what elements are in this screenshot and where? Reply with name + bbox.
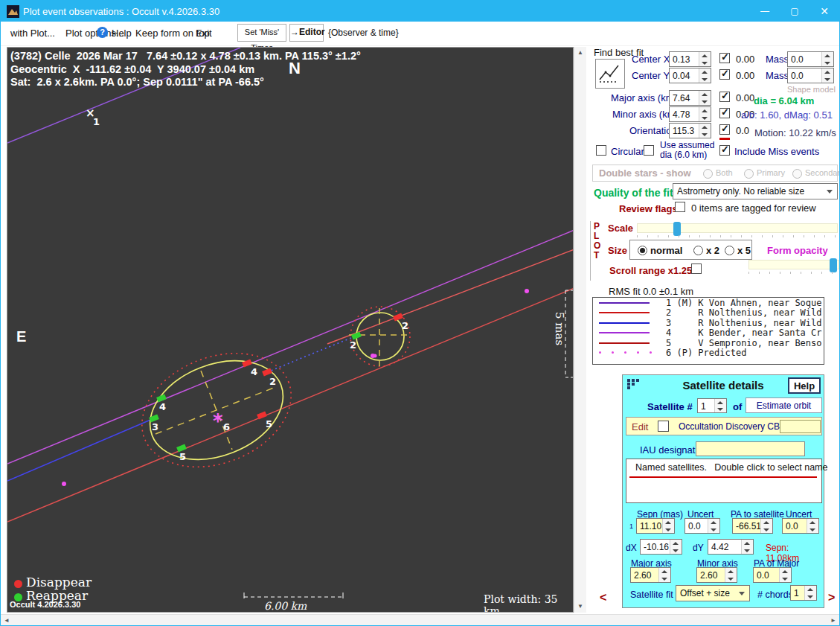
edit-checkbox[interactable] [658, 421, 669, 432]
plot-vscrollbar[interactable]: ▲ ▼ [574, 47, 586, 613]
chord-label: 3 R Nolthenius, near Wild [666, 318, 822, 328]
opacity-slider[interactable] [748, 260, 839, 269]
use-assumed-checkbox[interactable] [644, 145, 654, 156]
menu-exit[interactable]: Exit [196, 28, 212, 39]
menu-help[interactable]: Help [112, 28, 132, 39]
double-primary-label: Primary [757, 168, 785, 177]
editor-button[interactable]: →Editor [289, 24, 324, 42]
sepn-spinbox[interactable]: 11.10 [636, 518, 675, 534]
maximize-button[interactable]: ▢ [778, 1, 811, 22]
chord-row[interactable]: 6 (P) Predicted [593, 348, 824, 357]
major-axis-label: Major axis (km) [611, 92, 677, 103]
pa-uncert-spinbox[interactable]: 0.0 [782, 518, 819, 534]
satellite-prev-arrow[interactable]: < [600, 591, 606, 604]
satellite-next-arrow[interactable]: > [828, 591, 835, 604]
satellite-details-panel: Satellite details Help Satellite # 1 of … [622, 374, 824, 608]
satellite-help-button[interactable]: Help [788, 377, 821, 394]
chord-list[interactable]: 1 (M) K Von Ahnen, near Soque2 R Nolthen… [592, 297, 824, 365]
major-axis-spinbox[interactable]: 7.64 [669, 90, 711, 106]
scale-slider-thumb[interactable] [673, 222, 681, 236]
title-bar[interactable]: Plot event observations : Occult v.4.202… [1, 1, 840, 22]
orientation-spinbox[interactable]: 115.3 [669, 123, 711, 138]
center-x-checkbox[interactable] [719, 53, 730, 63]
review-flags-label: Review flags [619, 203, 678, 214]
orientation-checkbox[interactable] [719, 124, 730, 135]
pa-of-major-spinbox[interactable]: 0.0 [753, 567, 792, 583]
include-miss-checkbox[interactable] [719, 145, 730, 156]
circular-label: Circular [611, 146, 644, 157]
scroll-left-arrow[interactable]: ◄ [1, 615, 13, 626]
chord-row[interactable]: 5 V Sempronio, near Benso [593, 338, 824, 348]
opacity-slider-ticks [748, 272, 839, 274]
major-axis-rms: 0.00 [736, 92, 754, 103]
dy-label: dY [693, 543, 704, 553]
chord-line-sample [599, 332, 650, 333]
svg-text:5: 5 [179, 451, 186, 462]
satellite-fit-dropdown[interactable]: Offset + size [676, 585, 750, 601]
sepn-uncert-spinbox[interactable]: 0.0 [684, 518, 720, 534]
chord-row[interactable]: 2 R Nolthenius, near Wild [593, 307, 824, 317]
scroll-up-arrow[interactable]: ▲ [574, 47, 586, 59]
opacity-slider-thumb[interactable] [830, 258, 837, 272]
rms-fit-label: RMS fit 0.0 ±0.1 km [609, 286, 693, 297]
scroll-right-arrow[interactable]: ► [827, 615, 839, 626]
chord-row[interactable]: 1 (M) K Von Ahnen, near Soque [593, 298, 824, 307]
chord-line-sample [599, 351, 673, 354]
major-axis-checkbox[interactable] [719, 92, 730, 102]
edit-label: Edit [632, 421, 648, 432]
plot-hscrollbar[interactable]: ◄ ► [1, 614, 839, 626]
review-flags-checkbox[interactable] [675, 202, 685, 212]
mass-x-spinbox[interactable]: 0.0 [787, 51, 834, 67]
ab-dmag-label: a/b: 1.60, dMag: 0.51 [741, 109, 833, 121]
quality-dropdown[interactable]: Astrometry only. No reliable size [673, 183, 838, 199]
size-x5-radio[interactable] [725, 246, 734, 255]
chord-label: 4 K Bender, near Santa Cr [666, 328, 822, 338]
plot-title-line3: Sat: 2.6 x 2.6km. PA 0.0°; Sep 0.0111" a… [10, 76, 264, 88]
center-x-spinbox[interactable]: 0.13 [669, 51, 711, 67]
dy-spinbox[interactable]: 4.42 [708, 539, 754, 555]
observer-time-label[interactable]: {Observer & time} [328, 28, 399, 38]
scroll-range-label: Scroll range x1.25 [609, 265, 692, 276]
find-best-fit-button[interactable] [595, 59, 625, 89]
scale-slider[interactable] [637, 223, 838, 233]
satellite-num-spinbox[interactable]: 1 [697, 398, 727, 413]
center-y-checkbox[interactable] [719, 69, 730, 80]
mass-y-spinbox[interactable]: 0.0 [787, 68, 834, 83]
named-satellites-box[interactable]: Named satellites. Double click to select… [626, 459, 822, 503]
chord-row[interactable]: 4 K Bender, near Santa Cr [593, 328, 824, 337]
size-x2-radio[interactable] [693, 246, 703, 255]
circular-checkbox[interactable] [596, 145, 606, 156]
minimize-button[interactable]: — [748, 1, 781, 22]
size-normal-radio[interactable] [638, 246, 647, 255]
quality-label: Quality of the fit [594, 187, 673, 199]
minor-axis-checkbox[interactable] [719, 108, 730, 118]
red-dash-indicator [719, 138, 730, 140]
num-chords-label: # chords [757, 590, 793, 600]
cbet-input[interactable] [780, 420, 821, 433]
dx-spinbox[interactable]: -10.16 [640, 539, 682, 555]
close-button[interactable]: ✕ [808, 1, 840, 22]
sat-minor-spinbox[interactable]: 2.60 [696, 567, 737, 583]
help-icon: ? [97, 27, 108, 38]
plot-figure: 43542522×1*6 [7, 48, 573, 612]
scroll-range-checkbox[interactable] [691, 264, 702, 274]
chord-row[interactable]: 3 R Nolthenius, near Wild [593, 318, 824, 328]
scroll-down-arrow[interactable]: ▼ [574, 601, 586, 613]
menu-with-plot[interactable]: with Plot... [10, 28, 55, 39]
plot-canvas[interactable]: 43542522×1*6 (3782) Celle 2026 Mar 17 7.… [7, 47, 574, 613]
center-y-rms: 0.00 [736, 70, 754, 81]
orientation-rms: 0.0 [736, 125, 749, 136]
pa-spinbox[interactable]: -66.51 [732, 518, 773, 534]
num-chords-spinbox[interactable]: 1 [790, 585, 817, 601]
chord-line-sample [599, 312, 650, 313]
center-y-spinbox[interactable]: 0.04 [669, 68, 711, 83]
svg-text:4: 4 [251, 366, 257, 377]
iau-input[interactable] [696, 441, 805, 456]
version-label: Occult 4.2026.3.30 [10, 600, 80, 609]
sat-major-spinbox[interactable]: 2.60 [630, 567, 671, 583]
minor-axis-spinbox[interactable]: 4.78 [669, 106, 711, 122]
chord-line-sample [599, 342, 650, 344]
estimate-orbit-button[interactable]: Estimate orbit [746, 397, 822, 413]
size-x5-label: x 5 [737, 245, 751, 256]
set-miss-times-button[interactable]: Set 'Miss' Times [237, 24, 286, 42]
